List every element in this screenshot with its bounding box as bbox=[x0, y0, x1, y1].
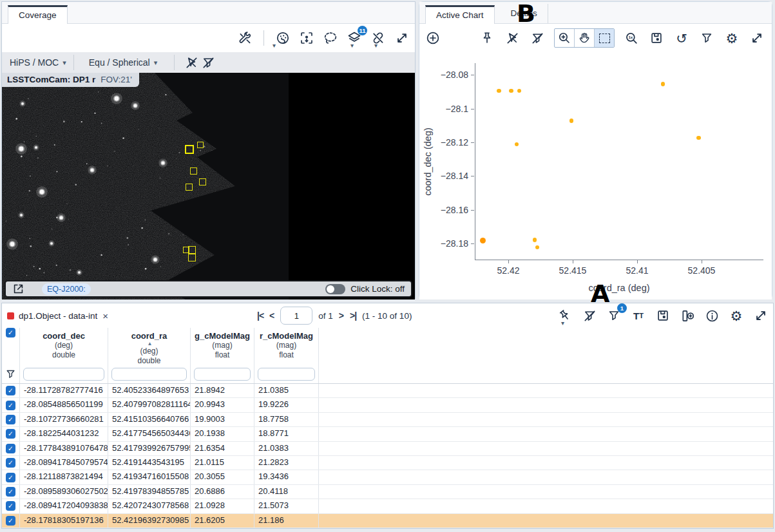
table-row[interactable]: ✓-28.182254403123252.41775456503443620.1… bbox=[2, 427, 773, 441]
table-cell[interactable]: -28.10727736660281 bbox=[20, 413, 108, 426]
table-cell[interactable]: -28.089417845079574 bbox=[20, 456, 108, 470]
column-header-coord_dec[interactable]: coord_dec(deg)double bbox=[20, 328, 108, 365]
table-row[interactable]: ✓-28.08941720409383852.4207243077856821.… bbox=[2, 499, 773, 513]
color-palette-icon[interactable]: ▾ bbox=[274, 30, 291, 46]
image-tools-icon[interactable] bbox=[236, 30, 253, 46]
table-cell[interactable]: -28.089589306027502 bbox=[20, 485, 108, 499]
table-cell[interactable]: 21.0928 bbox=[191, 499, 254, 513]
sky-object-marker[interactable] bbox=[186, 184, 193, 191]
sky-object-marker[interactable] bbox=[185, 145, 194, 154]
chart-settings-icon[interactable]: ⚙ bbox=[723, 30, 740, 46]
unselect-rows-icon[interactable] bbox=[183, 54, 200, 71]
table-cell[interactable]: 20.1938 bbox=[191, 427, 254, 441]
row-checkbox[interactable]: ✓ bbox=[6, 429, 15, 439]
hips-moc-dropdown[interactable]: HiPS / MOC▾ bbox=[6, 57, 70, 68]
table-cell[interactable]: 21.0115 bbox=[191, 456, 254, 470]
pan-mode-icon[interactable] bbox=[575, 29, 595, 47]
column-header-r_cModelMag[interactable]: r_cModelMag(mag)float bbox=[254, 328, 319, 365]
clear-filters-image-icon[interactable] bbox=[200, 54, 216, 71]
table-row[interactable]: ✓-28.0854885650119952.40799708281116420.… bbox=[2, 398, 773, 412]
zoom-in-mode-icon[interactable] bbox=[555, 29, 575, 47]
box-select-mode-icon[interactable] bbox=[595, 29, 614, 47]
table-row[interactable]: ✓-28.1211887382149452.4193471601550820.3… bbox=[2, 470, 773, 484]
save-table-icon[interactable] bbox=[655, 307, 671, 324]
table-cell[interactable]: 21.186 bbox=[254, 514, 319, 527]
table-cell[interactable]: -28.089417204093838 bbox=[20, 499, 108, 513]
table-filters-icon[interactable]: 1 bbox=[606, 307, 622, 324]
data-point[interactable] bbox=[497, 89, 501, 93]
last-page-button[interactable]: >| bbox=[350, 310, 356, 321]
table-settings-icon[interactable]: ⚙ bbox=[728, 307, 745, 324]
data-point[interactable] bbox=[517, 89, 521, 93]
data-point[interactable] bbox=[509, 89, 513, 93]
table-cell[interactable]: -28.17818305197136 bbox=[20, 514, 108, 527]
pin-chart-icon[interactable] bbox=[479, 30, 495, 46]
table-cell[interactable]: 21.0385 bbox=[254, 384, 319, 397]
data-point[interactable] bbox=[661, 82, 665, 86]
expand-table-icon[interactable] bbox=[752, 307, 769, 324]
next-page-button[interactable]: > bbox=[339, 310, 344, 321]
table-cell[interactable]: 20.4118 bbox=[254, 485, 319, 499]
row-checkbox[interactable]: ✓ bbox=[6, 516, 15, 526]
data-point[interactable] bbox=[515, 142, 519, 146]
table-cell[interactable]: -28.12118873821494 bbox=[20, 470, 108, 484]
close-table-icon[interactable]: × bbox=[102, 311, 108, 321]
zoom-original-icon[interactable]: 1x bbox=[623, 30, 640, 46]
external-link-icon[interactable] bbox=[10, 281, 26, 298]
row-checkbox[interactable]: ✓ bbox=[6, 415, 15, 424]
row-checkbox[interactable]: ✓ bbox=[6, 458, 15, 468]
sky-object-marker[interactable] bbox=[199, 178, 206, 185]
table-cell[interactable]: 52.417754565034436 bbox=[108, 427, 191, 441]
sky-object-marker[interactable] bbox=[188, 246, 196, 254]
table-cell[interactable]: 52.4191443543195 bbox=[108, 456, 191, 470]
scatter-chart[interactable]: 52.4252.41552.4152.405−28.08−28.1−28.12−… bbox=[419, 52, 772, 299]
table-cell[interactable]: -28.1822544031232 bbox=[20, 427, 108, 441]
expand-chart-icon[interactable] bbox=[749, 30, 765, 46]
table-cell[interactable]: -28.11728782777416 bbox=[20, 384, 108, 397]
table-row[interactable]: ✓-28.08941784507957452.419144354319521.0… bbox=[2, 456, 773, 470]
tab-active-chart[interactable]: Active Chart bbox=[425, 5, 495, 24]
unselect-chart-icon[interactable] bbox=[504, 30, 521, 46]
table-cell[interactable]: 20.6886 bbox=[191, 485, 254, 499]
table-row[interactable]: ✓-28.08958930602750252.4197839485578520.… bbox=[2, 485, 773, 499]
lasso-select-icon[interactable] bbox=[322, 30, 339, 46]
data-point[interactable] bbox=[533, 238, 537, 242]
column-filter-input[interactable] bbox=[258, 368, 315, 381]
filter-chart-icon[interactable] bbox=[698, 30, 715, 46]
table-cell[interactable]: 21.6205 bbox=[191, 514, 254, 527]
table-cell[interactable]: 52.407997082811164 bbox=[108, 398, 191, 412]
recenter-icon[interactable] bbox=[298, 30, 315, 46]
table-cell[interactable]: 21.2823 bbox=[254, 456, 319, 470]
row-checkbox[interactable]: ✓ bbox=[6, 444, 15, 453]
table-row[interactable]: ✓-28.17784389107647852.41793992675799521… bbox=[2, 442, 773, 456]
table-row[interactable]: ✓-28.1781830519713652.4219639273098521.6… bbox=[2, 514, 773, 528]
add-column-icon[interactable] bbox=[679, 307, 696, 324]
tab-coverage[interactable]: Coverage bbox=[8, 5, 68, 24]
first-page-button[interactable]: |< bbox=[257, 310, 263, 321]
column-header-coord_ra[interactable]: coord_ra▲(deg)double bbox=[108, 328, 191, 365]
data-point[interactable] bbox=[535, 245, 539, 249]
row-checkbox[interactable]: ✓ bbox=[6, 501, 15, 511]
expand-coverage-icon[interactable] bbox=[394, 30, 410, 46]
table-cell[interactable]: 21.6354 bbox=[191, 442, 254, 455]
sky-image-viewer[interactable]: LSSTComCam: DP1 rFOV:21' EQ-J2000: Click… bbox=[2, 73, 415, 299]
row-checkbox[interactable]: ✓ bbox=[6, 386, 15, 395]
text-view-icon[interactable]: TT bbox=[630, 307, 647, 324]
clear-chart-filters-icon[interactable] bbox=[529, 30, 546, 46]
table-cell[interactable]: 20.3055 bbox=[191, 470, 254, 484]
projection-dropdown[interactable]: Equ / Spherical▾ bbox=[85, 57, 161, 68]
sky-object-marker[interactable] bbox=[188, 254, 196, 261]
table-cell[interactable]: 52.41978394855785 bbox=[108, 485, 191, 499]
column-header-g_cModelMag[interactable]: g_cModelMag(mag)float bbox=[191, 328, 254, 365]
prev-page-button[interactable]: < bbox=[269, 310, 274, 321]
table-cell[interactable]: 52.42196392730985 bbox=[108, 514, 191, 527]
table-cell[interactable]: 52.42072430778568 bbox=[108, 499, 191, 513]
sky-object-marker[interactable] bbox=[197, 142, 204, 148]
page-number-input[interactable] bbox=[280, 307, 312, 325]
table-cell[interactable]: 21.5073 bbox=[254, 499, 319, 513]
row-checkbox[interactable]: ✓ bbox=[6, 401, 15, 410]
data-point[interactable] bbox=[569, 119, 573, 122]
column-filter-input[interactable] bbox=[23, 368, 104, 381]
table-row[interactable]: ✓-28.1172878277741652.4052336489765321.8… bbox=[2, 384, 773, 398]
table-cell[interactable]: 21.0383 bbox=[254, 442, 319, 455]
